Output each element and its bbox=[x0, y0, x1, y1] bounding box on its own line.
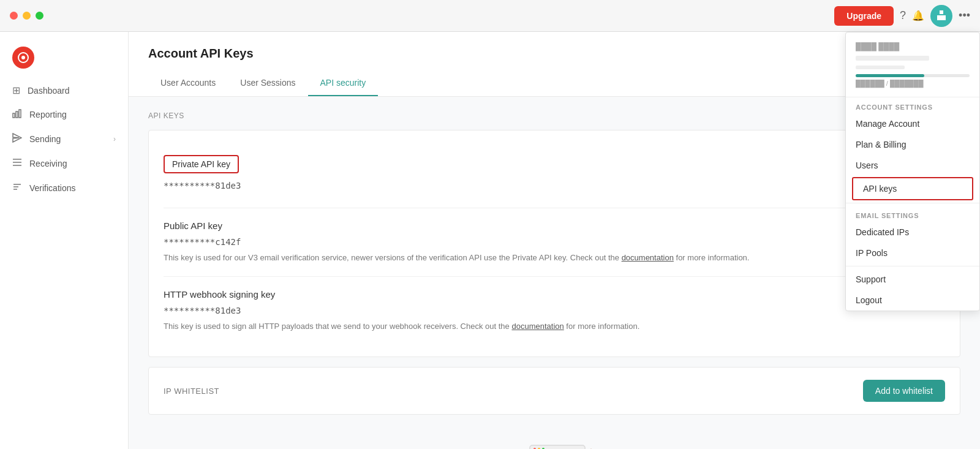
notification-icon[interactable]: 🔔 bbox=[912, 10, 924, 21]
dropdown-divider-2 bbox=[846, 266, 979, 266]
svg-rect-6 bbox=[19, 110, 21, 118]
webhook-key-doc-link[interactable]: documentation bbox=[511, 322, 564, 331]
dropdown-support[interactable]: Support bbox=[846, 269, 979, 290]
webhook-key-value: **********81de3 bbox=[164, 306, 945, 315]
dropdown-divider bbox=[846, 203, 979, 203]
public-api-key-doc-link[interactable]: documentation bbox=[622, 253, 674, 262]
tab-user-accounts[interactable]: User Accounts bbox=[148, 70, 228, 96]
svg-point-3 bbox=[21, 56, 25, 59]
private-api-key-title: Private API key bbox=[164, 155, 239, 173]
public-api-key-value: **********c142f bbox=[164, 237, 945, 247]
dropdown-api-keys[interactable]: API keys bbox=[853, 178, 972, 199]
private-api-key-value: **********81de3 bbox=[164, 181, 945, 191]
svg-rect-0 bbox=[940, 10, 943, 14]
illustration-area bbox=[148, 415, 960, 449]
sidebar-item-reporting[interactable]: Reporting bbox=[0, 102, 128, 127]
ip-whitelist-label: IP whitelist bbox=[164, 387, 219, 396]
titlebar-right: Upgrade ? 🔔 ••• bbox=[834, 5, 970, 27]
titlebar: Upgrade ? 🔔 ••• bbox=[0, 0, 980, 32]
public-api-key-title: Public API key bbox=[164, 221, 945, 231]
api-keys-card: Private API key **********81de3 Public A… bbox=[148, 130, 960, 357]
dropdown-manage-account[interactable]: Manage Account bbox=[846, 113, 979, 134]
dashboard-icon: ⊞ bbox=[12, 85, 20, 96]
private-api-key-section: Private API key **********81de3 bbox=[164, 143, 945, 208]
sending-icon bbox=[12, 133, 22, 145]
sidebar: ⊞ Dashboard Reporting Sending › Receivin… bbox=[0, 32, 129, 449]
webhook-key-title: HTTP webhook signing key bbox=[164, 289, 945, 300]
sidebar-item-label: Receiving bbox=[29, 159, 67, 168]
svg-rect-1 bbox=[937, 15, 946, 20]
dropdown-user-name: ████ ████ bbox=[856, 42, 970, 51]
sidebar-item-receiving[interactable]: Receiving bbox=[0, 151, 128, 176]
main-layout: ⊞ Dashboard Reporting Sending › Receivin… bbox=[0, 32, 980, 449]
sidebar-item-verifications[interactable]: Verifications bbox=[0, 176, 128, 200]
help-icon[interactable]: ? bbox=[900, 9, 906, 22]
sidebar-item-label: Verifications bbox=[29, 183, 75, 193]
tab-user-sessions[interactable]: User Sessions bbox=[228, 70, 307, 96]
dropdown-ip-pools[interactable]: IP Pools bbox=[846, 243, 979, 263]
dropdown-account-settings-title: ACCOUNT SETTINGS bbox=[846, 97, 979, 113]
more-icon[interactable]: ••• bbox=[959, 9, 970, 22]
svg-rect-5 bbox=[16, 111, 18, 118]
close-button[interactable] bbox=[10, 12, 18, 20]
ip-whitelist-section: IP whitelist Add to whitelist bbox=[148, 367, 960, 415]
add-whitelist-button[interactable]: Add to whitelist bbox=[863, 380, 945, 402]
api-keys-label: API keys bbox=[148, 111, 960, 120]
page-title: Account API Keys bbox=[148, 47, 960, 61]
usage-progress-bar bbox=[856, 74, 924, 77]
account-dropdown: ████ ████ ██████ / ███████ ACCOUNT SETTI… bbox=[845, 32, 980, 311]
dropdown-users[interactable]: Users bbox=[846, 155, 979, 176]
verifications-icon bbox=[12, 182, 22, 194]
sidebar-item-label: Dashboard bbox=[28, 86, 70, 96]
receiving-icon bbox=[12, 157, 22, 170]
maximize-button[interactable] bbox=[36, 12, 43, 20]
chevron-right-icon: › bbox=[113, 135, 116, 143]
logo-icon bbox=[12, 47, 34, 69]
dropdown-logout[interactable]: Logout bbox=[846, 290, 979, 311]
dropdown-plan-billing[interactable]: Plan & Billing bbox=[846, 134, 979, 155]
dropdown-user-info: ████ ████ ██████ / ███████ bbox=[846, 32, 979, 97]
upgrade-button[interactable]: Upgrade bbox=[834, 6, 894, 26]
public-api-key-desc: This key is used for our V3 email verifi… bbox=[164, 252, 945, 264]
illustration bbox=[493, 427, 616, 449]
minimize-button[interactable] bbox=[23, 12, 31, 20]
tabs: User Accounts User Sessions API security bbox=[148, 70, 960, 96]
avatar[interactable] bbox=[930, 5, 952, 27]
dropdown-usage-text: ██████ / ███████ bbox=[856, 80, 970, 87]
reporting-icon bbox=[12, 108, 22, 121]
logo bbox=[0, 42, 128, 78]
sidebar-item-label: Reporting bbox=[29, 110, 67, 119]
window-controls bbox=[10, 12, 43, 20]
tab-api-security[interactable]: API security bbox=[308, 70, 379, 96]
dropdown-email-settings-title: EMAIL SETTINGS bbox=[846, 206, 979, 222]
sidebar-item-sending[interactable]: Sending › bbox=[0, 127, 128, 151]
public-api-key-section: Public API key **********c142f This key … bbox=[164, 208, 945, 277]
webhook-signing-key-section: HTTP webhook signing key **********81de3… bbox=[164, 277, 945, 345]
webhook-key-desc: This key is used to sign all HTTP payloa… bbox=[164, 320, 945, 333]
sidebar-item-label: Sending bbox=[29, 134, 61, 144]
sidebar-item-dashboard[interactable]: ⊞ Dashboard bbox=[0, 78, 128, 102]
dropdown-dedicated-ips[interactable]: Dedicated IPs bbox=[846, 222, 979, 243]
svg-rect-4 bbox=[13, 113, 15, 118]
